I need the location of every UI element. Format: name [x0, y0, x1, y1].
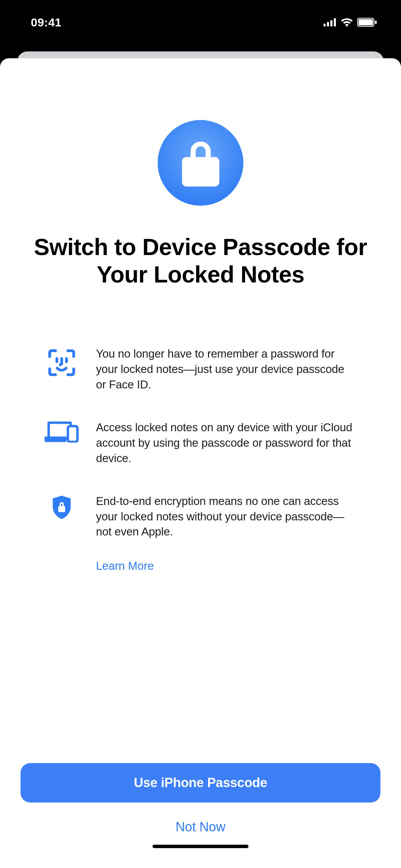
status-time: 09:41 [31, 16, 61, 29]
cellular-icon [324, 18, 337, 26]
battery-icon [357, 18, 377, 27]
feature-text: Access locked notes on any device with y… [96, 420, 356, 466]
page-title: Switch to Device Passcode for Your Locke… [24, 233, 377, 288]
shield-lock-icon [45, 494, 79, 520]
svg-rect-2 [330, 20, 332, 26]
faceid-icon [45, 346, 79, 378]
not-now-button[interactable]: Not Now [21, 803, 380, 845]
home-indicator [153, 845, 248, 848]
devices-icon [45, 420, 79, 443]
lock-hero-icon [158, 120, 243, 206]
learn-more-link[interactable]: Learn More [96, 557, 154, 575]
feature-text: You no longer have to remember a passwor… [96, 346, 356, 393]
bottom-actions: Use iPhone Passcode Not Now [0, 749, 401, 868]
modal-sheet: Switch to Device Passcode for Your Locke… [0, 58, 401, 868]
feature-faceid: You no longer have to remember a passwor… [45, 346, 356, 393]
feature-list: You no longer have to remember a passwor… [24, 346, 377, 575]
svg-rect-0 [324, 24, 326, 26]
status-bar: 09:41 [0, 0, 401, 51]
status-indicators [324, 18, 377, 27]
svg-rect-9 [68, 426, 77, 442]
feature-text: End-to-end encryption means no one can a… [96, 494, 356, 540]
feature-devices: Access locked notes on any device with y… [45, 420, 356, 466]
sheet-content: Switch to Device Passcode for Your Locke… [0, 58, 401, 749]
wifi-icon [341, 18, 353, 27]
svg-rect-6 [375, 21, 377, 24]
svg-rect-10 [58, 506, 65, 512]
svg-rect-1 [327, 22, 329, 26]
svg-rect-3 [334, 18, 336, 26]
feature-encryption: End-to-end encryption means no one can a… [45, 494, 356, 540]
use-passcode-button[interactable]: Use iPhone Passcode [21, 763, 380, 803]
svg-rect-5 [359, 19, 373, 25]
